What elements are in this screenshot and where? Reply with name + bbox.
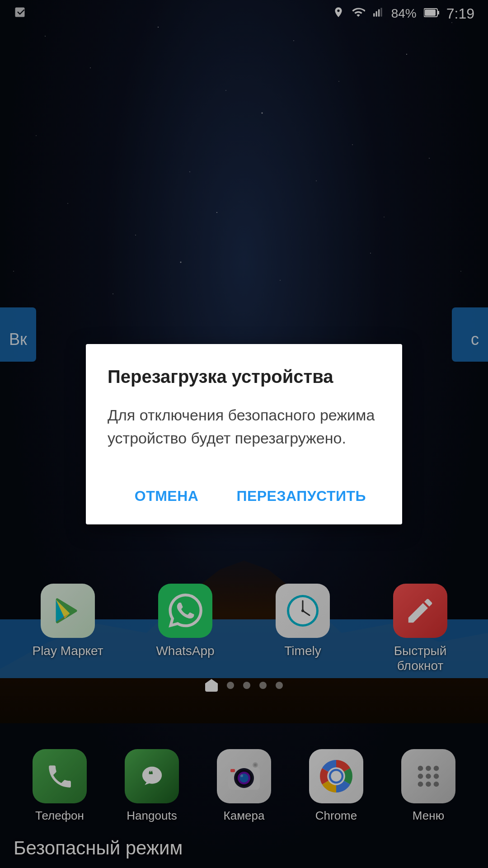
restart-button[interactable]: ПЕРЕЗАПУСТИТЬ [222,479,380,514]
dialog-buttons: ОТМЕНА ПЕРЕЗАПУСТИТЬ [108,472,380,514]
cancel-button[interactable]: ОТМЕНА [120,479,213,514]
dialog-overlay: Перезагрузка устройства Для отключения б… [0,0,488,868]
dialog-message: Для отключения безопасного режима устрой… [108,404,380,450]
reboot-dialog: Перезагрузка устройства Для отключения б… [86,344,402,524]
dialog-title: Перезагрузка устройства [108,366,380,387]
